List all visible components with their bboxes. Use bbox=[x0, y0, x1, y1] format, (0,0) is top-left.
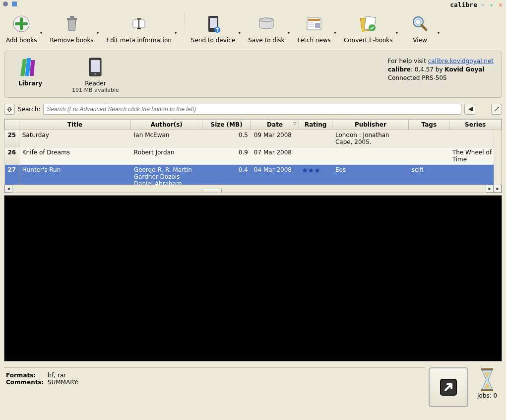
scroll-thumb[interactable] bbox=[202, 189, 222, 193]
add-books-icon bbox=[9, 12, 33, 36]
help-link[interactable]: calibre.kovidgoyal.net bbox=[428, 58, 494, 65]
view-icon bbox=[408, 12, 432, 36]
svg-rect-3 bbox=[67, 18, 77, 20]
reader-icon bbox=[83, 55, 107, 79]
table-row[interactable]: 26Knife of DreamsRobert Jordan0.907 Mar … bbox=[5, 147, 502, 165]
app-name: calibre bbox=[450, 1, 477, 8]
close-button[interactable]: ✕ bbox=[497, 1, 504, 8]
vertical-scrollbar[interactable] bbox=[494, 130, 502, 185]
add-books-dropdown[interactable]: ▾ bbox=[40, 21, 47, 35]
svg-rect-1 bbox=[12, 1, 17, 6]
save-disk-label: Save to disk bbox=[248, 37, 284, 44]
svg-rect-28 bbox=[91, 60, 100, 72]
fetch-news-dropdown[interactable]: ▾ bbox=[334, 21, 341, 35]
titlebar: calibre ~ ✦ ✕ bbox=[0, 0, 506, 9]
maximize-button[interactable]: ✦ bbox=[488, 1, 495, 8]
view-dropdown[interactable]: ▾ bbox=[438, 21, 444, 35]
comments-value: SUMMARY: bbox=[48, 379, 79, 386]
svg-point-0 bbox=[3, 1, 8, 6]
minimize-button[interactable]: ~ bbox=[479, 1, 486, 8]
column-header-date[interactable]: Date▽ bbox=[251, 120, 299, 130]
fetch-news-button[interactable]: Fetch news bbox=[294, 11, 333, 45]
svg-line-23 bbox=[422, 25, 426, 30]
send-device-label: Send to device bbox=[191, 37, 235, 44]
column-header-author-s-[interactable]: Author(s) bbox=[131, 120, 202, 130]
send-device-dropdown[interactable]: ▾ bbox=[238, 21, 245, 35]
metadata-box: Formats: lrf, rar Comments: SUMMARY: bbox=[4, 367, 425, 390]
book-icon bbox=[11, 0, 18, 9]
help-box: For help visit calibre.kovidgoyal.net ca… bbox=[384, 55, 498, 84]
app-icon bbox=[2, 0, 9, 9]
advanced-search-button[interactable] bbox=[4, 104, 15, 115]
toolbar-separator bbox=[185, 13, 185, 43]
scroll-left-button[interactable]: ◂ bbox=[4, 185, 12, 193]
device-panel: Library Reader 191 MB available For help… bbox=[4, 51, 502, 98]
search-input[interactable] bbox=[43, 104, 461, 115]
fetch-news-icon bbox=[302, 12, 326, 36]
svg-rect-32 bbox=[481, 368, 493, 370]
view-button[interactable]: View bbox=[403, 11, 438, 45]
scroll-right-button[interactable]: ▸ bbox=[486, 185, 494, 193]
reader-label: Reader bbox=[72, 80, 119, 87]
svg-rect-26 bbox=[30, 60, 35, 76]
svg-rect-13 bbox=[308, 19, 320, 21]
formats-label: Formats: bbox=[6, 372, 46, 379]
jobs-label: Jobs: 0 bbox=[472, 392, 502, 399]
convert-dropdown[interactable]: ▾ bbox=[396, 21, 403, 35]
save-disk-button[interactable]: Save to disk bbox=[245, 11, 287, 45]
search-label: SSearch:earch: bbox=[18, 106, 40, 113]
svg-rect-30 bbox=[472, 107, 473, 111]
column-header-publisher[interactable]: Publisher bbox=[332, 120, 409, 130]
column-header-size-mb-[interactable]: Size (MB) bbox=[202, 120, 251, 130]
clear-search-button[interactable] bbox=[464, 104, 475, 115]
svg-rect-4 bbox=[70, 16, 74, 18]
horizontal-scrollbar[interactable]: ◂ ▸ ▸ bbox=[4, 185, 502, 193]
jobs-box[interactable]: Jobs: 0 bbox=[472, 367, 502, 399]
library-icon bbox=[18, 55, 42, 79]
remove-books-dropdown[interactable]: ▾ bbox=[97, 21, 104, 35]
edit-meta-label: Edit meta information bbox=[107, 37, 172, 44]
convert-button[interactable]: Convert E-books bbox=[341, 11, 396, 45]
convert-label: Convert E-books bbox=[344, 37, 393, 44]
send-device-button[interactable]: Send to device bbox=[188, 11, 238, 45]
comments-label: Comments: bbox=[6, 379, 46, 386]
edit-meta-icon bbox=[127, 12, 151, 36]
column-header-rownum[interactable] bbox=[5, 120, 19, 130]
svg-rect-33 bbox=[481, 389, 493, 391]
library-device[interactable]: Library bbox=[18, 55, 42, 93]
edit-meta-dropdown[interactable]: ▾ bbox=[175, 21, 182, 35]
svg-rect-17 bbox=[315, 23, 320, 28]
reader-sub: 191 MB available bbox=[72, 87, 119, 93]
reader-device[interactable]: Reader 191 MB available bbox=[72, 55, 119, 93]
column-header-title[interactable]: Title bbox=[19, 120, 131, 130]
remove-books-button[interactable]: Remove books bbox=[47, 11, 97, 45]
book-table: TitleAuthor(s)Size (MB)Date▽RatingPublis… bbox=[4, 119, 502, 193]
svg-point-22 bbox=[416, 19, 421, 24]
edit-meta-button[interactable]: Edit meta information bbox=[104, 11, 175, 45]
save-disk-icon bbox=[254, 12, 278, 36]
sort-indicator-icon: ▽ bbox=[293, 121, 297, 126]
remove-books-label: Remove books bbox=[50, 37, 94, 44]
column-header-rating[interactable]: Rating bbox=[299, 120, 332, 130]
table-row[interactable]: 25SaturdayIan McEwan0.509 Mar 2008London… bbox=[5, 130, 502, 147]
scroll-right-end-button[interactable]: ▸ bbox=[494, 185, 502, 193]
save-disk-dropdown[interactable]: ▾ bbox=[287, 21, 294, 35]
svg-rect-8 bbox=[210, 18, 217, 28]
config-button[interactable] bbox=[491, 104, 502, 115]
column-header-series[interactable]: Series bbox=[449, 120, 502, 130]
remove-books-icon bbox=[60, 12, 84, 36]
column-header-tags[interactable]: Tags bbox=[409, 120, 449, 130]
send-device-icon bbox=[201, 12, 225, 36]
fetch-news-label: Fetch news bbox=[297, 37, 330, 44]
open-external-button[interactable] bbox=[429, 367, 468, 407]
search-row: SSearch:earch: bbox=[0, 102, 506, 117]
formats-value: lrf, rar bbox=[48, 372, 66, 379]
library-label: Library bbox=[18, 80, 42, 87]
add-books-button[interactable]: Add books bbox=[3, 11, 40, 45]
hourglass-icon bbox=[477, 367, 497, 392]
star-icon: ★★★ bbox=[302, 166, 320, 174]
toolbar: Add books▾Remove books▾Edit meta informa… bbox=[0, 9, 506, 47]
view-label: View bbox=[413, 37, 427, 44]
svg-point-29 bbox=[94, 73, 96, 75]
preview-pane bbox=[4, 195, 502, 361]
